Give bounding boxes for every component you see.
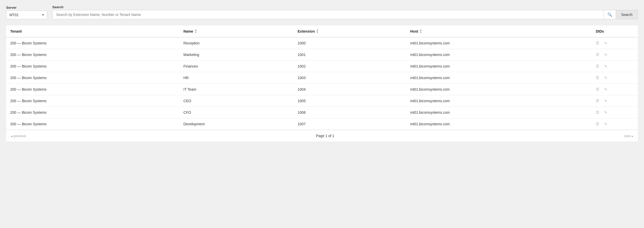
- extension-cell: 1001: [294, 49, 406, 61]
- server-label: Server: [6, 6, 47, 10]
- extension-cell: 1003: [294, 72, 406, 84]
- extension-cell: 1005: [294, 95, 406, 107]
- tenant-cell: 200 — Bicom Systems: [6, 72, 179, 84]
- name-cell: IT Team: [179, 84, 294, 95]
- edit-icon[interactable]: ✎: [604, 87, 607, 91]
- table-header-row: Tenant Name ▲ ▼ Extension: [6, 25, 638, 37]
- name-cell: HR: [179, 72, 294, 84]
- list-icon[interactable]: ☰: [596, 41, 599, 45]
- extensions-table-container: Tenant Name ▲ ▼ Extension: [6, 25, 638, 141]
- search-label: Search: [52, 5, 638, 9]
- edit-icon[interactable]: ✎: [604, 41, 607, 45]
- list-icon[interactable]: ☰: [596, 110, 599, 115]
- name-cell: CFO: [179, 107, 294, 118]
- search-field-group: Search 🔍 Search: [52, 5, 638, 19]
- name-sort-icons: ▲ ▼: [195, 29, 197, 33]
- extension-sort-icons: ▲ ▼: [316, 29, 318, 33]
- dids-cell: ☰ ✎: [592, 95, 638, 107]
- edit-icon[interactable]: ✎: [604, 99, 607, 103]
- dids-cell: ☰ ✎: [592, 84, 638, 95]
- tenant-cell: 200 — Bicom Systems: [6, 49, 179, 61]
- list-icon[interactable]: ☰: [596, 122, 599, 126]
- next-page-button[interactable]: next: [624, 134, 634, 138]
- table-row: 200 — Bicom Systems Reception 1000 mt01.…: [6, 37, 638, 49]
- extension-cell: 1006: [294, 107, 406, 118]
- list-icon[interactable]: ☰: [596, 75, 599, 80]
- dids-cell: ☰ ✎: [592, 107, 638, 118]
- toolbar: Server MT01 ▼ Search 🔍 Search: [6, 5, 638, 19]
- table-row: 200 — Bicom Systems CEO 1005 mt01.bicoms…: [6, 95, 638, 107]
- table-row: 200 — Bicom Systems Development 1007 mt0…: [6, 118, 638, 130]
- list-icon[interactable]: ☰: [596, 52, 599, 57]
- table-row: 200 — Bicom Systems Finances 1002 mt01.b…: [6, 61, 638, 72]
- extension-cell: 1007: [294, 118, 406, 130]
- list-icon[interactable]: ☰: [596, 99, 599, 103]
- edit-icon[interactable]: ✎: [604, 110, 607, 115]
- dids-cell: ☰ ✎: [592, 49, 638, 61]
- table-row: 200 — Bicom Systems IT Team 1004 mt01.bi…: [6, 84, 638, 95]
- host-cell: mt01.bicomsystems.com: [406, 107, 592, 118]
- server-select[interactable]: MT01: [6, 11, 47, 19]
- col-header-name[interactable]: Name ▲ ▼: [179, 25, 294, 37]
- name-cell: Marketing: [179, 49, 294, 61]
- col-header-dids: DIDs: [592, 25, 638, 37]
- host-sort-icons: ▲ ▼: [420, 29, 422, 33]
- tenant-cell: 200 — Bicom Systems: [6, 118, 179, 130]
- server-select-wrapper: MT01 ▼: [6, 11, 47, 19]
- dids-cell: ☰ ✎: [592, 118, 638, 130]
- name-cell: Reception: [179, 37, 294, 49]
- search-icon: 🔍: [607, 12, 612, 17]
- server-field-group: Server MT01 ▼: [6, 6, 47, 19]
- host-cell: mt01.bicomsystems.com: [406, 61, 592, 72]
- list-icon[interactable]: ☰: [596, 64, 599, 69]
- edit-icon[interactable]: ✎: [604, 64, 607, 68]
- tenant-cell: 200 — Bicom Systems: [6, 84, 179, 95]
- edit-icon[interactable]: ✎: [604, 76, 607, 80]
- edit-icon[interactable]: ✎: [604, 122, 607, 126]
- page-container: Server MT01 ▼ Search 🔍 Search: [0, 0, 644, 228]
- host-cell: mt01.bicomsystems.com: [406, 37, 592, 49]
- col-header-host[interactable]: Host ▲ ▼: [406, 25, 592, 37]
- dids-cell: ☰ ✎: [592, 61, 638, 72]
- table-row: 200 — Bicom Systems CFO 1006 mt01.bicoms…: [6, 107, 638, 118]
- pagination: previous Page 1 of 1 next: [6, 130, 638, 141]
- host-cell: mt01.bicomsystems.com: [406, 49, 592, 61]
- extension-cell: 1000: [294, 37, 406, 49]
- tenant-cell: 200 — Bicom Systems: [6, 95, 179, 107]
- list-icon[interactable]: ☰: [596, 87, 599, 92]
- tenant-cell: 200 — Bicom Systems: [6, 107, 179, 118]
- host-cell: mt01.bicomsystems.com: [406, 84, 592, 95]
- search-button[interactable]: Search: [616, 10, 638, 19]
- search-icon-button[interactable]: 🔍: [603, 10, 616, 19]
- col-header-tenant: Tenant: [6, 25, 179, 37]
- extension-cell: 1002: [294, 61, 406, 72]
- extensions-table: Tenant Name ▲ ▼ Extension: [6, 25, 638, 130]
- name-cell: Development: [179, 118, 294, 130]
- edit-icon[interactable]: ✎: [604, 53, 607, 57]
- search-input[interactable]: [52, 10, 603, 19]
- name-cell: Finances: [179, 61, 294, 72]
- host-cell: mt01.bicomsystems.com: [406, 72, 592, 84]
- search-input-wrapper: 🔍 Search: [52, 10, 638, 19]
- tenant-cell: 200 — Bicom Systems: [6, 37, 179, 49]
- pagination-info: Page 1 of 1: [316, 134, 334, 138]
- extension-cell: 1004: [294, 84, 406, 95]
- dids-cell: ☰ ✎: [592, 37, 638, 49]
- host-cell: mt01.bicomsystems.com: [406, 95, 592, 107]
- table-row: 200 — Bicom Systems Marketing 1001 mt01.…: [6, 49, 638, 61]
- col-header-extension[interactable]: Extension ▲ ▼: [294, 25, 406, 37]
- dids-cell: ☰ ✎: [592, 72, 638, 84]
- table-row: 200 — Bicom Systems HR 1003 mt01.bicomsy…: [6, 72, 638, 84]
- previous-page-button[interactable]: previous: [10, 134, 26, 138]
- tenant-cell: 200 — Bicom Systems: [6, 61, 179, 72]
- host-cell: mt01.bicomsystems.com: [406, 118, 592, 130]
- name-cell: CEO: [179, 95, 294, 107]
